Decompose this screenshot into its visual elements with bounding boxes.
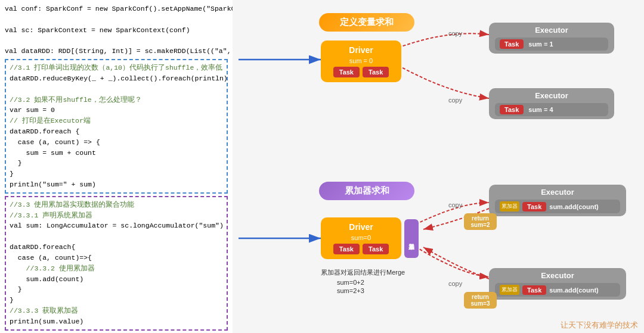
driver-top-label: Driver (327, 45, 395, 55)
return-box-2: return sum=3 (464, 292, 497, 309)
executor-bottom-2: Executor 累加器 Task sum.add(count) (489, 268, 626, 300)
driver-top-sum: sum = 0 (327, 57, 395, 64)
blank4 (10, 231, 223, 242)
comment-31: //3.1 打印单词出现的次数（a,10）代码执行了shuffle，效率低 (10, 63, 223, 73)
comment-executor: // 打印是在Executor端 (10, 116, 223, 126)
close-3: } (10, 284, 223, 295)
return-text-1: return (467, 215, 494, 222)
code-line-blank2 (5, 35, 228, 46)
driver-top-task2[interactable]: Task (363, 67, 389, 77)
executor-top-2-task: Task (500, 105, 524, 114)
accumulator-decl: val sum: LongAccumulator = sc.longAccumu… (10, 220, 223, 231)
println-sum: println("sum=" + sum) (10, 179, 223, 190)
bottom-banner: 累加器求和 (319, 182, 414, 200)
accum-small-1: 累加器 (500, 201, 519, 211)
code-box-blue: //3.1 打印单词出现的次数（a,10）代码执行了shuffle，效率低 da… (5, 59, 228, 194)
code-line-blank1 (5, 14, 228, 25)
case-1: case (a, count) => { (10, 137, 223, 148)
sum-calc-2: sum=2+3 (337, 287, 364, 294)
executor-top-2-label: Executor (495, 91, 608, 100)
executor-top-1-sum: sum = 1 (528, 41, 553, 48)
comment-333: //3.3.3 获取累加器 (10, 306, 223, 316)
merge-text: 累加器对返回结果进行Merge (321, 268, 405, 277)
reduce-line: dataRDD.reduceByKey(_ + _).collect().for… (10, 73, 223, 84)
driver-bottom: Driver sum=0 Task Task (321, 217, 401, 259)
return-box-1: return sum=2 (464, 213, 497, 230)
case-2: case (a, count)=>{ (10, 253, 223, 263)
comment-32: //3.2 如果不用shuffle，怎么处理呢？ (10, 95, 223, 105)
sum-add: sum = sum + count (10, 148, 223, 158)
executor-top-2-sum: sum = 4 (528, 106, 553, 113)
watermark: 让天下没有难学的技术 (561, 320, 638, 331)
code-line-3: val dataRDD: RDD[(String, Int)] = sc.mak… (5, 46, 228, 57)
return-sum-1: sum=2 (467, 222, 494, 228)
driver-bottom-label: Driver (327, 222, 395, 232)
close-2: } (10, 169, 223, 179)
driver-bottom-task1[interactable]: Task (333, 244, 360, 254)
accum-small-2: 累加器 (500, 285, 519, 295)
top-banner: 定义变量求和 (319, 13, 414, 32)
code-box-purple: //3.3 使用累加器实现数据的聚合功能 //3.3.1 声明系统累加器 val… (5, 196, 228, 331)
foreach-2: dataRDD.foreach{ (10, 242, 223, 253)
executor-top-1-task: Task (500, 39, 524, 49)
executor-top-2: Executor Task sum = 4 (489, 88, 614, 119)
driver-bottom-tasks: Task Task (327, 244, 395, 254)
code-line-1: val conf: SparkConf = new SparkConf().se… (5, 4, 228, 14)
executor-bottom-1-sum: sum.add(count) (549, 203, 599, 210)
foreach-1: dataRDD.foreach { (10, 126, 223, 137)
executor-top-1-label: Executor (495, 26, 608, 35)
executor-top-2-inner: Task sum = 4 (495, 103, 608, 116)
println-value: println(sum.value) (10, 316, 223, 327)
comment-332: //3.3.2 使用累加器 (10, 263, 223, 274)
code-panel: val conf: SparkConf = new SparkConf().se… (0, 0, 233, 333)
driver-top-tasks: Task Task (327, 67, 395, 77)
executor-bottom-1: Executor 累加器 Task sum.add(count) (489, 185, 626, 216)
executor-bottom-2-sum: sum.add(count) (549, 287, 599, 294)
copy-top-2: copy (448, 97, 462, 104)
sum-calc-1: sum=0+2 (337, 279, 364, 286)
driver-top-task1[interactable]: Task (333, 67, 360, 77)
driver-bottom-sum: sum=0 (327, 234, 395, 241)
driver-bottom-task2[interactable]: Task (363, 244, 389, 254)
executor-bottom-1-label: Executor (495, 188, 620, 197)
copy-bottom-1: copy (448, 201, 462, 208)
return-sum-2: sum=3 (467, 300, 494, 307)
driver-top: Driver sum = 0 Task Task (321, 41, 401, 82)
executor-bottom-1-task: Task (522, 202, 546, 211)
executor-top-1: Executor Task sum = 1 (489, 23, 614, 54)
sum-add-count: sum.add(count) (10, 274, 223, 285)
close-1: } (10, 158, 223, 169)
copy-bottom-2: copy (448, 280, 462, 287)
blank3 (10, 84, 223, 95)
copy-top-1: copy (448, 30, 462, 37)
comment-33: //3.3 使用累加器实现数据的聚合功能 (10, 200, 223, 210)
close-4: } (10, 295, 223, 306)
diagram-area: 定义变量求和 Driver sum = 0 Task Task Executor… (233, 0, 644, 333)
comment-331: //3.3.1 声明系统累加器 (10, 210, 223, 221)
executor-bottom-2-label: Executor (495, 271, 620, 280)
executor-top-1-inner: Task sum = 1 (495, 38, 608, 51)
var-sum: var sum = 0 (10, 105, 223, 116)
executor-bottom-2-task: Task (522, 285, 546, 295)
accumulator-main: 累加器 (404, 219, 419, 258)
code-line-2: val sc: SparkContext = new SparkContext(… (5, 25, 228, 36)
return-text-2: return (467, 294, 494, 300)
